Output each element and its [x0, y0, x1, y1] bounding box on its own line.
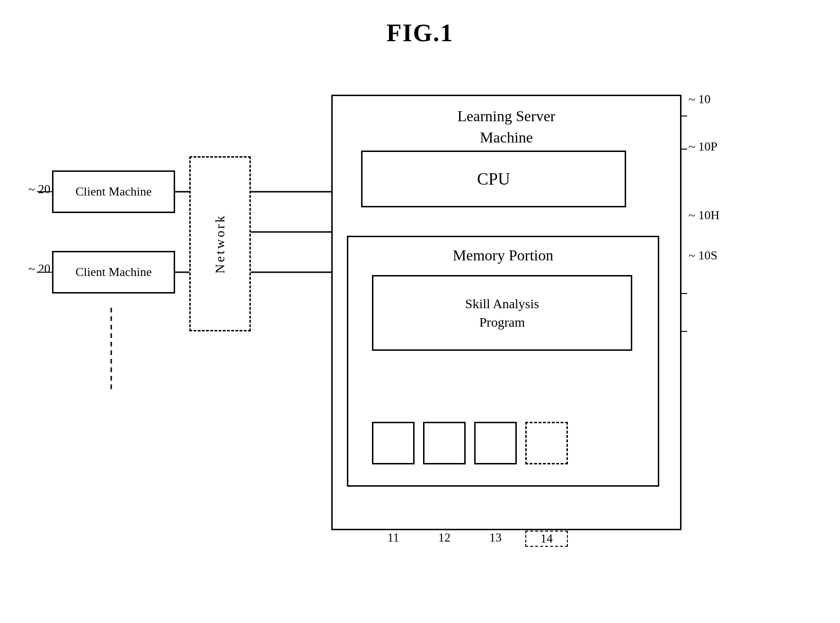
ref-10: ~ 10 — [689, 92, 711, 107]
memory-label: Memory Portion — [348, 247, 658, 264]
ref-10s: ~ 10S — [689, 249, 717, 263]
tilde-10s: ~ — [689, 249, 695, 262]
client-machine-2: Client Machine — [52, 251, 175, 294]
slot-label-14: 14 — [525, 531, 568, 547]
tilde-10: ~ — [689, 92, 695, 106]
skill-label: Skill Analysis Program — [465, 294, 539, 331]
network-box: Network — [189, 156, 251, 331]
memory-slot-13 — [474, 422, 517, 464]
memory-box: Memory Portion Skill Analysis Program 11… — [347, 236, 659, 487]
cpu-box: CPU — [361, 151, 626, 207]
ref-10p: ~ 10P — [689, 140, 717, 154]
tilde-10h: ~ — [689, 208, 695, 222]
memory-slot-11 — [372, 422, 415, 464]
memory-slot-14 — [525, 422, 568, 464]
ref-20-1: ~ 20 — [28, 182, 51, 196]
network-label: Network — [212, 214, 228, 274]
memory-slots — [372, 422, 568, 464]
ref-10h: ~ 10H — [689, 208, 719, 222]
memory-slot-12 — [423, 422, 466, 464]
skill-box: Skill Analysis Program — [372, 275, 632, 351]
slot-labels: 11 12 13 14 — [372, 531, 568, 547]
diagram: Learning Server Machine CPU Memory Porti… — [28, 66, 809, 601]
slot-label-11: 11 — [372, 531, 415, 547]
slot-label-12: 12 — [423, 531, 466, 547]
client-label-2: Client Machine — [75, 265, 151, 279]
ref-20-2: ~ 20 — [28, 262, 51, 276]
client-machine-1: Client Machine — [52, 170, 175, 213]
server-machine-label: Learning Server Machine — [333, 106, 680, 148]
tilde-20-1: ~ — [28, 182, 35, 196]
page-title: FIG.1 — [0, 19, 840, 47]
tilde-20-2: ~ — [28, 262, 35, 276]
tilde-10p: ~ — [689, 140, 695, 153]
server-machine-box: Learning Server Machine CPU Memory Porti… — [331, 95, 681, 530]
client-label-1: Client Machine — [75, 185, 151, 199]
cpu-label: CPU — [477, 169, 510, 189]
slot-label-13: 13 — [474, 531, 517, 547]
